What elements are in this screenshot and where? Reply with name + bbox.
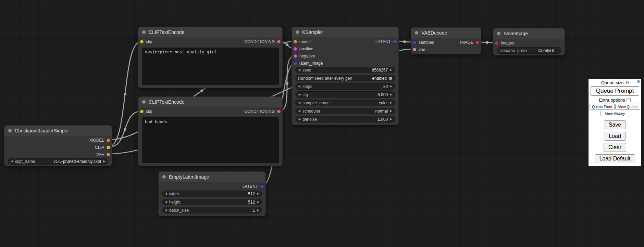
input-slot-model[interactable]: model [292, 39, 311, 44]
increment-arrow-icon[interactable]: ▶ [390, 85, 392, 88]
node-save-image[interactable]: SaveImage images filename_prefix ComfyUI [493, 28, 565, 55]
node-graph-canvas[interactable]: CheckpointLoaderSimple MODEL CLIP VAE ◀ … [0, 0, 644, 247]
node-ksampler[interactable]: KSampler model LATENT positive negative … [292, 27, 399, 125]
output-slot-image[interactable]: IMAGE [460, 40, 481, 45]
queue-front-button[interactable]: Queue Front [590, 104, 615, 110]
decrement-arrow-icon[interactable]: ◀ [298, 109, 300, 113]
view-queue-button[interactable]: View Queue [615, 104, 640, 110]
input-slot-images[interactable]: images [493, 41, 514, 46]
conditioning-slot-dot-icon[interactable] [277, 40, 281, 43]
save-button[interactable]: Save [604, 120, 626, 129]
increment-arrow-icon[interactable]: ▶ [103, 160, 106, 163]
view-history-button[interactable]: View History [600, 111, 629, 116]
node-title-bar[interactable]: CLIPTextEncode [138, 97, 282, 107]
vae-slot-dot-icon[interactable] [413, 48, 416, 51]
increment-arrow-icon[interactable]: ▶ [390, 118, 392, 121]
increment-arrow-icon[interactable]: ▶ [257, 192, 259, 195]
node-collapse-dot-icon[interactable] [162, 175, 166, 179]
settings-icon[interactable]: ✱ [637, 79, 641, 84]
node-clip-text-encode-negative[interactable]: CLIPTextEncode clip CONDITIONING bad han… [138, 96, 283, 166]
extra-options-checkbox[interactable] [627, 98, 631, 102]
node-title-bar[interactable]: EmptyLatentImage [159, 172, 265, 182]
node-clip-text-encode-positive[interactable]: CLIPTextEncode clip CONDITIONING masterp… [138, 27, 283, 88]
output-slot-clip[interactable]: CLIP [95, 145, 112, 150]
model-slot-dot-icon[interactable] [107, 139, 110, 142]
output-slot-conditioning[interactable]: CONDITIONING [244, 39, 282, 44]
increment-arrow-icon[interactable]: ▶ [257, 200, 259, 204]
node-empty-latent-image[interactable]: EmptyLatentImage LATENT ◀ width 512 ▶ ◀ … [158, 171, 266, 216]
input-slot-clip[interactable]: clip [138, 39, 152, 44]
decrement-arrow-icon[interactable]: ◀ [298, 85, 300, 88]
decrement-arrow-icon[interactable]: ◀ [298, 118, 300, 121]
batch-size-number-widget[interactable]: ◀ batch_size 1 ▶ [162, 207, 262, 213]
toggle-enabled-dot-icon[interactable] [389, 77, 392, 80]
height-number-widget[interactable]: ◀ height 512 ▶ [162, 199, 262, 205]
node-collapse-dot-icon[interactable] [142, 30, 146, 34]
filename-prefix-text-widget[interactable]: filename_prefix ComfyUI [497, 47, 561, 54]
queue-prompt-button[interactable]: Queue Prompt [591, 86, 639, 96]
node-collapse-dot-icon[interactable] [497, 32, 500, 35]
denoise-number-widget[interactable]: ◀ denoise 1.000 ▶ [295, 116, 395, 122]
width-number-widget[interactable]: ◀ width 512 ▶ [162, 191, 262, 197]
seed-number-widget[interactable]: ◀ seed 8566257 ▶ [295, 67, 395, 73]
increment-arrow-icon[interactable]: ▶ [257, 209, 259, 212]
input-slot-vae[interactable]: vae [411, 47, 425, 52]
model-slot-dot-icon[interactable] [294, 40, 297, 43]
decrement-arrow-icon[interactable]: ◀ [165, 192, 167, 195]
clip-slot-dot-icon[interactable] [107, 146, 110, 149]
decrement-arrow-icon[interactable]: ◀ [165, 209, 167, 212]
prompt-textarea[interactable]: bad hands [142, 117, 279, 163]
input-slot-latent-image[interactable]: latent_image [292, 61, 323, 66]
output-slot-latent[interactable]: LATENT [243, 184, 265, 189]
node-title-bar[interactable]: KSampler [292, 27, 398, 37]
node-checkpoint-loader[interactable]: CheckpointLoaderSimple MODEL CLIP VAE ◀ … [4, 125, 112, 166]
conditioning-slot-dot-icon[interactable] [294, 47, 297, 51]
prompt-textarea[interactable]: masterpiece best quality girl [142, 48, 279, 85]
decrement-arrow-icon[interactable]: ◀ [165, 200, 167, 204]
decrement-arrow-icon[interactable]: ◀ [298, 101, 300, 104]
clip-slot-dot-icon[interactable] [140, 110, 144, 113]
image-slot-dot-icon[interactable] [495, 41, 498, 45]
image-slot-dot-icon[interactable] [476, 41, 479, 44]
clip-slot-dot-icon[interactable] [140, 40, 144, 43]
ckpt-name-combo-widget[interactable]: ◀ ckpt_name v1-5-pruned-emaonly.ckpt ▶ [8, 158, 108, 165]
conditioning-slot-dot-icon[interactable] [294, 54, 297, 58]
node-title-bar[interactable]: VAEDecode [411, 28, 481, 38]
input-slot-positive[interactable]: positive [292, 47, 313, 51]
steps-number-widget[interactable]: ◀ steps 20 ▶ [295, 83, 395, 90]
latent-slot-dot-icon[interactable] [393, 40, 397, 43]
decrement-arrow-icon[interactable]: ◀ [298, 93, 300, 96]
load-default-button[interactable]: Load Default [595, 154, 635, 163]
output-slot-vae[interactable]: VAE [96, 152, 112, 157]
vae-slot-dot-icon[interactable] [107, 153, 110, 156]
node-title-bar[interactable]: SaveImage [493, 28, 565, 39]
input-slot-samples[interactable]: samples [411, 40, 434, 45]
node-title-bar[interactable]: CLIPTextEncode [138, 27, 282, 37]
scheduler-combo-widget[interactable]: ◀ scheduler normal ▶ [295, 108, 395, 114]
output-slot-latent[interactable]: LATENT [375, 39, 398, 44]
cfg-number-widget[interactable]: ◀ cfg 8.000 ▶ [295, 91, 395, 98]
random-seed-toggle-widget[interactable]: Random seed after every gen enabled [295, 75, 395, 81]
increment-arrow-icon[interactable]: ▶ [390, 68, 392, 72]
input-slot-negative[interactable]: negative [292, 54, 315, 58]
node-title-bar[interactable]: CheckpointLoaderSimple [4, 126, 112, 136]
node-collapse-dot-icon[interactable] [8, 129, 12, 132]
input-slot-clip[interactable]: clip [138, 109, 152, 114]
node-vae-decode[interactable]: VAEDecode samples IMAGE vae [411, 27, 481, 54]
node-collapse-dot-icon[interactable] [415, 31, 418, 35]
node-collapse-dot-icon[interactable] [142, 100, 146, 104]
increment-arrow-icon[interactable]: ▶ [390, 109, 392, 113]
sampler-name-combo-widget[interactable]: ◀ sampler_name euler ▶ [295, 100, 395, 106]
decrement-arrow-icon[interactable]: ◀ [298, 68, 300, 72]
load-button[interactable]: Load [604, 132, 626, 141]
latent-slot-dot-icon[interactable] [260, 185, 264, 188]
decrement-arrow-icon[interactable]: ◀ [11, 160, 13, 163]
clear-button[interactable]: Clear [604, 143, 626, 152]
latent-slot-dot-icon[interactable] [294, 62, 297, 65]
increment-arrow-icon[interactable]: ▶ [390, 101, 392, 104]
output-slot-conditioning[interactable]: CONDITIONING [244, 109, 282, 114]
node-collapse-dot-icon[interactable] [296, 30, 299, 34]
output-slot-model[interactable]: MODEL [89, 138, 112, 143]
increment-arrow-icon[interactable]: ▶ [390, 93, 392, 96]
latent-slot-dot-icon[interactable] [413, 41, 416, 44]
